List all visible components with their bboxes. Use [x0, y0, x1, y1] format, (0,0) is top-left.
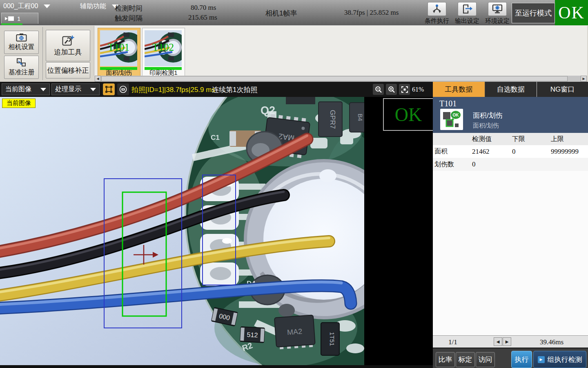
svg-text:GPR7: GPR7: [329, 110, 336, 129]
fit-screen-icon: [401, 86, 408, 93]
ring-notch: [319, 169, 336, 182]
row-value: 21462: [470, 148, 510, 156]
camera-tab-active-bar: [1, 23, 22, 25]
branch-icon: [428, 2, 446, 16]
divider: [42, 27, 43, 80]
thumbnail-tool-id: T102: [145, 42, 182, 53]
zoom-percent-label: 61%: [412, 86, 424, 93]
live-capture-button[interactable]: [117, 83, 129, 95]
ratio-button[interactable]: 比率: [436, 352, 455, 367]
row-value: 0: [470, 160, 510, 168]
app-window: 000_工程00 辅助功能 1 检测时间 触发间隔 80.70 ms 215.6…: [0, 0, 588, 368]
calibrate-button[interactable]: 标定: [456, 352, 475, 367]
position-offset-label: 位置偏移补正: [47, 66, 89, 75]
run-mode-button[interactable]: 至运行模式: [512, 3, 555, 23]
chevron-down-icon: [44, 4, 50, 8]
capture-info: 拍照[ID=1]|38.7fps|25.9 ms: [131, 85, 215, 94]
process-display-dropdown[interactable]: 处理显示: [51, 83, 100, 95]
detect-time-label: 检测时间: [115, 4, 143, 13]
scrollbar-thumb[interactable]: [101, 76, 568, 81]
export-icon: [458, 2, 477, 16]
base-register-button[interactable]: 基准注册: [4, 56, 39, 79]
aux-menu[interactable]: 辅助功能: [80, 2, 118, 11]
result-badge: OK: [383, 98, 434, 131]
position-offset-button[interactable]: 位置偏移补正: [46, 62, 90, 79]
top-bar: 000_工程00 辅助功能 1 检测时间 触发间隔 80.70 ms 215.6…: [0, 0, 588, 25]
detect-time-value: 80.70 ms: [191, 4, 216, 12]
col-header-value: 检测值: [470, 135, 510, 144]
svg-text:512: 512: [247, 331, 258, 339]
chevron-down-icon: [40, 88, 46, 91]
thumbnail-tool-id: T101: [100, 42, 137, 53]
table-header-row: 检测值 下限 上限: [433, 133, 588, 145]
row-name: 面积: [433, 147, 470, 156]
output-setting-label: 输出设定: [455, 17, 479, 25]
fit-view-button[interactable]: [399, 84, 410, 95]
table-row[interactable]: 划伤数 0: [433, 158, 588, 171]
monitor-gear-icon: [488, 2, 507, 16]
tool-header-panel[interactable]: T101 OK 面积/划伤 面积/划伤: [433, 97, 588, 133]
tab-ng-window[interactable]: NG窗口: [537, 82, 588, 97]
thumbnail-image: T101: [100, 30, 137, 66]
next-page-button[interactable]: ▶: [503, 337, 511, 346]
camera-tab-1[interactable]: 1: [1, 13, 38, 24]
svg-text:OK: OK: [453, 113, 459, 117]
svg-text:Q2: Q2: [261, 104, 275, 117]
table-row[interactable]: 面积 21462 0 99999999: [433, 145, 588, 158]
condition-exec-button[interactable]: 条件执行: [425, 2, 449, 25]
project-select[interactable]: 000_工程00: [3, 2, 50, 11]
row-name: 划伤数: [433, 160, 470, 169]
svg-text:B4: B4: [357, 114, 364, 121]
camera-image[interactable]: MA2 GPR7 B4 000: [0, 97, 364, 365]
process-display-dropdown-label: 处理显示: [55, 85, 81, 94]
output-setting-button[interactable]: 输出设定: [455, 2, 479, 25]
env-setting-button[interactable]: 环境设定: [485, 2, 510, 25]
row-lower: 0: [510, 148, 549, 156]
trigger-interval-label: 触发间隔: [115, 13, 143, 23]
camera-gear-icon: [16, 33, 27, 42]
execute-button[interactable]: 执行: [511, 351, 532, 368]
scroll-right-icon[interactable]: ▶: [581, 76, 587, 82]
live-camera-icon: [119, 85, 127, 93]
svg-text:MA2: MA2: [287, 327, 302, 337]
add-tool-button[interactable]: 追加工具: [46, 30, 90, 61]
col-header-lower: 下限: [510, 135, 549, 144]
tool-thumbnail-t102[interactable]: T102 印刷检测1: [142, 28, 185, 77]
trigger-interval-value: 215.65 ms: [188, 13, 217, 22]
base-register-label: 基准注册: [9, 68, 35, 77]
camera-tab-label: 1: [17, 15, 20, 22]
tool-thumbnail-t101[interactable]: T101 面积/划伤: [98, 28, 140, 77]
tool-id: T101: [439, 99, 457, 108]
camera-setup-button[interactable]: 相机设置: [4, 31, 39, 54]
scroll-left-icon[interactable]: ◀: [95, 76, 101, 82]
camera-setup-label: 相机设置: [9, 43, 35, 52]
row-upper: 99999999: [549, 148, 588, 156]
wrench-plus-icon: [62, 35, 74, 46]
thumbnail-scrollbar[interactable]: ◀ ▶: [95, 76, 587, 82]
svg-text:C1: C1: [211, 134, 220, 141]
camera-fps-label: 相机1帧率: [265, 9, 297, 18]
tab-tool-data[interactable]: 工具数据: [433, 82, 485, 97]
project-name: 000_工程00: [3, 2, 38, 11]
zoom-out-button[interactable]: [373, 84, 384, 95]
zoom-in-icon: [388, 86, 395, 93]
group-execute-label: 组执行检测: [548, 355, 582, 364]
tool-result-icon: OK: [440, 109, 463, 130]
svg-text:1T51: 1T51: [329, 332, 336, 346]
tool-name: 面积/划伤: [473, 111, 503, 120]
capture-status: 连续第1次拍照: [212, 85, 257, 94]
tab-custom-data[interactable]: 自选数据: [485, 82, 537, 97]
page-indicator: 1/1: [448, 338, 457, 346]
viewer-bottom-strip: [0, 365, 433, 368]
group-execute-button[interactable]: ▶ 组执行检测: [533, 351, 586, 368]
prev-page-button[interactable]: ◀: [494, 337, 502, 346]
env-setting-label: 环境设定: [485, 17, 510, 25]
region-select-button[interactable]: [103, 83, 115, 95]
marquee-icon: [105, 85, 113, 93]
access-button[interactable]: 访问: [476, 352, 495, 367]
zoom-in-button[interactable]: [386, 84, 397, 95]
image-viewer[interactable]: MA2 GPR7 B4 000: [0, 97, 433, 365]
panel-footer: 比率 标定 访问 执行 ▶ 组执行检测: [433, 348, 588, 368]
aux-menu-label: 辅助功能: [80, 2, 106, 11]
current-image-dropdown[interactable]: 当前图像: [2, 83, 50, 95]
